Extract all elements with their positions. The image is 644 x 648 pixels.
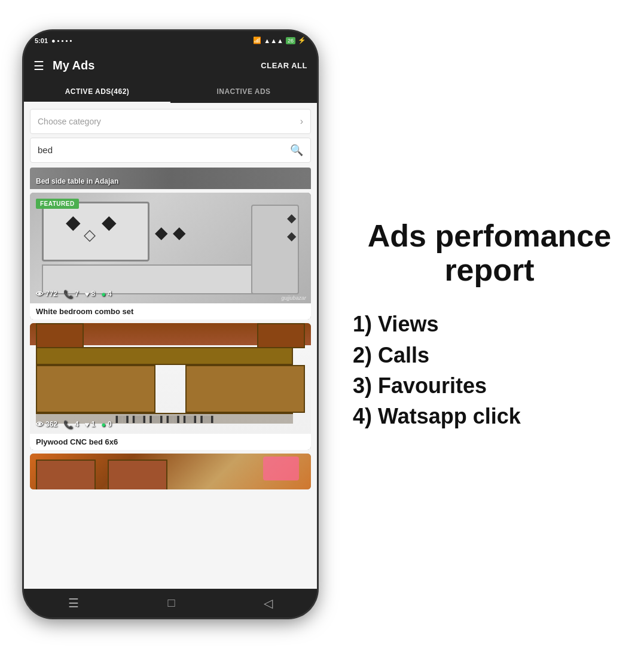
ad-card-1-image: ◆ ◆ ◇ ◆ ◆ FEATURED 👁 772: [30, 193, 311, 303]
ad-stats-2: 👁 362 📞 4 ♥ 1: [36, 420, 112, 429]
report-item-calls: 2) Calls: [353, 342, 626, 368]
whatsapp-count: 4: [108, 290, 112, 298]
hamburger-icon[interactable]: ☰: [33, 59, 44, 73]
featured-badge: FEATURED: [36, 199, 79, 209]
status-left: 5:01 ● ▪ ▪ ▪ •: [35, 37, 72, 44]
whatsapp-icon-2: ●: [101, 420, 106, 429]
nav-title: My Ads: [53, 59, 261, 72]
heart-icon: ♥: [85, 290, 90, 299]
phone-icon-2: 📞: [63, 420, 73, 429]
watermark-1: gujjubazar: [281, 295, 306, 301]
views-count-2: 362: [45, 420, 57, 428]
calls-stat-2: 📞 4: [63, 420, 79, 429]
status-time: 5:01: [35, 37, 48, 44]
favourites-count: 8: [91, 290, 95, 298]
wifi-icon: 📶: [253, 36, 261, 44]
category-placeholder: Choose category: [38, 117, 300, 126]
bottom-back-icon[interactable]: ◁: [264, 596, 273, 610]
phone-icon: 📞: [63, 290, 73, 299]
favourites-count-2: 1: [91, 420, 95, 428]
calls-count: 7: [75, 290, 79, 298]
search-icon[interactable]: 🔍: [290, 144, 303, 157]
partial-card-title: Bed side table in Adajan: [36, 177, 118, 185]
views-stat: 👁 772: [36, 290, 57, 299]
calls-stat: 📞 7: [63, 290, 79, 299]
battery-level: 26: [286, 37, 295, 44]
whatsapp-stat: ● 4: [101, 290, 112, 299]
eye-icon: 👁: [36, 290, 44, 299]
ad-card-1[interactable]: ◆ ◆ ◇ ◆ ◆ FEATURED 👁 772: [30, 193, 311, 320]
ad-card-1-title: White bedroom combo set: [30, 303, 311, 320]
eye-icon-2: 👁: [36, 420, 44, 429]
tabs-bar: ACTIVE ADS(462) INACTIVE ADS: [24, 81, 317, 103]
phone-content: Choose category › bed 🔍 Bed side table i…: [24, 103, 317, 589]
views-stat-2: 👁 362: [36, 420, 57, 429]
whatsapp-count-2: 0: [108, 420, 112, 428]
charging-icon: ⚡: [298, 36, 306, 44]
favourites-stat: ♥ 8: [85, 290, 95, 299]
ad-stats-1: 👁 772 📞 7 ♥ 8: [36, 290, 112, 299]
category-selector[interactable]: Choose category ›: [30, 109, 311, 134]
status-right: 📶 ▲▲▲ 26 ⚡: [253, 36, 306, 44]
phone-wrapper: 5:01 ● ▪ ▪ ▪ • 📶 ▲▲▲ 26 ⚡ ☰ My Ads CLEAR…: [0, 0, 341, 648]
report-item-views: 1) Views: [353, 311, 626, 337]
favourites-stat-2: ♥ 1: [85, 420, 95, 429]
search-bar[interactable]: bed 🔍: [30, 138, 311, 163]
report-title: Ads perfomance report: [353, 219, 626, 287]
right-panel: Ads perfomance report 1) Views 2) Calls …: [341, 201, 644, 447]
calls-count-2: 4: [75, 420, 79, 428]
bottom-nav: ☰ □ ◁: [24, 589, 317, 617]
whatsapp-stat-2: ● 0: [101, 420, 112, 429]
signal-icon: ▲▲▲: [264, 37, 283, 44]
ad-card-partial[interactable]: Bed side table in Adajan: [30, 168, 311, 189]
ad-card-2-image: ▐░░▌▐░░▌▐░░▌▐░░▌▐░░▌▐░░▌ 👁 362 📞 4: [30, 323, 311, 434]
chevron-right-icon: ›: [300, 116, 303, 127]
ad-card-2[interactable]: ▐░░▌▐░░▌▐░░▌▐░░▌▐░░▌▐░░▌ 👁 362 📞 4: [30, 323, 311, 450]
report-items: 1) Views 2) Calls 3) Favourites 4) Watsa…: [353, 311, 626, 429]
whatsapp-icon: ●: [101, 290, 106, 299]
heart-icon-2: ♥: [85, 420, 90, 429]
ad-card-3-partial[interactable]: [30, 454, 311, 489]
tab-active-ads[interactable]: ACTIVE ADS(462): [24, 81, 170, 103]
bottom-home-icon[interactable]: □: [167, 596, 175, 610]
clear-all-button[interactable]: CLEAR ALL: [261, 61, 307, 70]
bottom-menu-icon[interactable]: ☰: [68, 596, 79, 610]
ad-card-2-title: Plywood CNC bed 6x6: [30, 434, 311, 450]
status-bar: 5:01 ● ▪ ▪ ▪ • 📶 ▲▲▲ 26 ⚡: [24, 31, 317, 50]
views-count: 772: [45, 290, 57, 298]
tab-inactive-ads[interactable]: INACTIVE ADS: [170, 81, 317, 103]
phone-frame: 5:01 ● ▪ ▪ ▪ • 📶 ▲▲▲ 26 ⚡ ☰ My Ads CLEAR…: [24, 31, 317, 617]
status-icons: ● ▪ ▪ ▪ •: [51, 37, 72, 44]
report-item-whatsapp: 4) Watsapp click: [353, 403, 626, 429]
search-value: bed: [38, 145, 290, 155]
ad-list: Bed side table in Adajan ◆ ◆ ◇ ◆ ◆: [24, 168, 317, 589]
report-item-favourites: 3) Favourites: [353, 373, 626, 398]
top-nav: ☰ My Ads CLEAR ALL: [24, 50, 317, 81]
